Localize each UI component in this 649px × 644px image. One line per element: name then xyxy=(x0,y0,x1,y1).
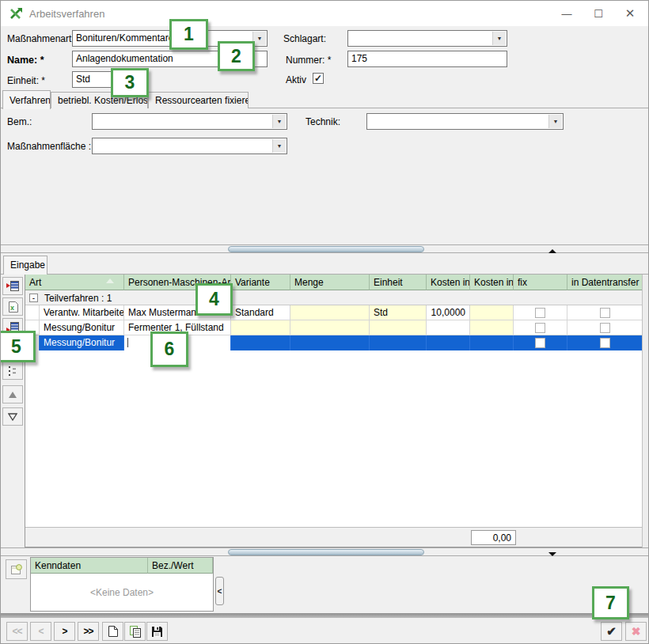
dropdown-arrow-icon[interactable]: ▼ xyxy=(548,115,562,128)
insert-row-icon xyxy=(6,280,20,292)
cell-art[interactable]: Verantw. Mitarbeiter xyxy=(40,305,124,320)
main-tabstrip: Verfahren betriebl. Kosten/Erlöse Ressou… xyxy=(1,90,649,108)
column-header-art[interactable]: Art xyxy=(25,275,124,290)
cell-datentransfer[interactable] xyxy=(567,320,643,335)
name-label: Name: * xyxy=(7,55,44,66)
minimize-button[interactable]: — xyxy=(555,6,579,21)
cell-kosten2[interactable] xyxy=(470,335,514,350)
cell-einheit[interactable] xyxy=(370,335,427,350)
massnahmenflaeche-combobox[interactable]: ▼ xyxy=(92,138,287,154)
dropdown-arrow-icon[interactable]: ▼ xyxy=(272,139,286,153)
column-header-fix[interactable]: fix xyxy=(514,275,567,290)
column-header-einheit[interactable]: Einheit xyxy=(370,275,427,290)
save-icon xyxy=(151,626,163,638)
column-header-kosten2[interactable]: Kosten in € xyxy=(470,275,514,290)
dropdown-arrow-icon[interactable]: ▼ xyxy=(272,115,286,128)
collapse-panel-button[interactable]: < xyxy=(215,577,224,605)
kenndaten-column-header[interactable]: Kenndaten xyxy=(31,558,148,574)
cell-variante[interactable] xyxy=(231,335,290,350)
top-splitter[interactable] xyxy=(1,244,649,253)
check-icon: ✓ xyxy=(314,73,322,84)
grid-footer: 0,00 xyxy=(25,527,643,547)
bezwert-column-header[interactable]: Bez./Wert xyxy=(148,558,213,574)
vertical-scrollbar[interactable] xyxy=(642,275,648,547)
delete-row-button[interactable]: x xyxy=(2,297,23,316)
schlagart-combobox[interactable]: ▼ xyxy=(347,30,507,47)
fix-checkbox[interactable] xyxy=(535,323,545,333)
nummer-input[interactable]: 175 xyxy=(347,51,507,67)
tree-view-button[interactable] xyxy=(2,362,23,380)
aktiv-checkbox[interactable]: ✓ xyxy=(313,73,324,84)
cell-variante[interactable]: Standard xyxy=(231,305,290,320)
technik-combobox[interactable]: ▼ xyxy=(366,113,564,130)
bottom-toolbar: << < > >> ✔ ✖ xyxy=(1,618,649,644)
fix-checkbox[interactable] xyxy=(535,308,545,318)
tab-verfahren[interactable]: Verfahren xyxy=(2,90,51,109)
cell-art[interactable]: Messung/Bonitur xyxy=(40,320,124,335)
first-record-button[interactable]: << xyxy=(6,622,28,641)
cell-art[interactable]: Messung/Bonitur xyxy=(40,335,124,350)
move-up-button[interactable] xyxy=(2,385,23,403)
collapse-group-icon[interactable]: - xyxy=(29,294,38,302)
save-button[interactable] xyxy=(146,622,168,641)
edit-grid-icon xyxy=(10,563,23,576)
eingabe-grid: Art Personen-Maschinen-Artike Variante M… xyxy=(25,275,643,547)
text-cursor xyxy=(127,338,128,347)
row-indent xyxy=(25,305,40,320)
cell-datentransfer[interactable] xyxy=(567,335,643,350)
cancel-button[interactable]: ✖ xyxy=(625,622,647,641)
last-record-button[interactable]: >> xyxy=(78,622,99,641)
insert-row-button[interactable] xyxy=(2,277,23,295)
datentransfer-checkbox[interactable] xyxy=(600,323,610,333)
cell-menge[interactable] xyxy=(290,305,370,320)
datentransfer-checkbox[interactable] xyxy=(600,308,610,318)
cell-menge[interactable] xyxy=(290,335,370,350)
new-record-button[interactable] xyxy=(102,622,123,641)
column-header-menge[interactable]: Menge xyxy=(290,275,370,290)
cell-fix[interactable] xyxy=(514,320,567,335)
confirm-button[interactable]: ✔ xyxy=(601,622,622,641)
cell-menge[interactable] xyxy=(290,320,370,335)
table-row[interactable]: Verantw. Mitarbeiter Max Mustermann Stan… xyxy=(25,305,643,320)
maximize-button[interactable]: ☐ xyxy=(586,6,610,21)
move-down-button[interactable] xyxy=(2,407,23,426)
cell-fix[interactable] xyxy=(514,335,567,350)
cell-kosten1[interactable] xyxy=(427,320,470,335)
cell-kosten2[interactable] xyxy=(470,305,514,320)
dropdown-arrow-icon[interactable]: ▼ xyxy=(492,32,506,45)
close-button[interactable]: ✕ xyxy=(618,6,642,21)
table-row[interactable]: Messung/Bonitur Fermenter 1, Füllstand xyxy=(25,320,643,335)
cell-kosten1[interactable] xyxy=(427,335,470,350)
cell-einheit[interactable]: Std xyxy=(370,305,427,320)
callout-2: 2 xyxy=(218,41,255,71)
bem-label: Bem.: xyxy=(7,116,32,127)
aktiv-label: Aktiv xyxy=(286,74,306,85)
previous-record-button[interactable]: < xyxy=(30,622,51,641)
column-header-kosten1[interactable]: Kosten in € xyxy=(427,275,470,290)
cell-variante[interactable] xyxy=(231,320,290,335)
bottom-splitter[interactable] xyxy=(1,547,649,556)
datentransfer-checkbox[interactable] xyxy=(600,338,610,348)
triangle-up-icon xyxy=(8,391,17,399)
top-splitter-handle[interactable] xyxy=(228,246,424,252)
copy-record-button[interactable] xyxy=(124,622,146,641)
x-icon: ✖ xyxy=(632,625,641,638)
bottom-splitter-handle[interactable] xyxy=(228,549,424,555)
group-row[interactable]: - Teilverfahren : 1 xyxy=(25,290,643,305)
column-header-datentransfer[interactable]: in Datentransfer berücks xyxy=(567,275,643,290)
tab-eingabe[interactable]: Eingabe xyxy=(3,256,47,275)
next-record-button[interactable]: > xyxy=(54,622,75,641)
cell-kosten1[interactable]: 10,0000 xyxy=(427,305,470,320)
fix-checkbox[interactable] xyxy=(535,338,545,348)
cell-fix[interactable] xyxy=(514,305,567,320)
table-row-selected[interactable]: Messung/Bonitur xyxy=(25,335,643,350)
column-header-variante[interactable]: Variante xyxy=(231,275,290,290)
tab-ressourcearten[interactable]: Ressourcearten fixieren xyxy=(148,92,249,108)
cell-kosten2[interactable] xyxy=(470,320,514,335)
bem-combobox[interactable]: ▼ xyxy=(92,113,287,130)
edit-kenndaten-button[interactable] xyxy=(6,559,27,579)
cell-datentransfer[interactable] xyxy=(567,305,643,320)
cell-einheit[interactable] xyxy=(370,320,427,335)
einheit-label: Einheit: * xyxy=(7,75,45,86)
app-logo-icon xyxy=(9,6,23,21)
